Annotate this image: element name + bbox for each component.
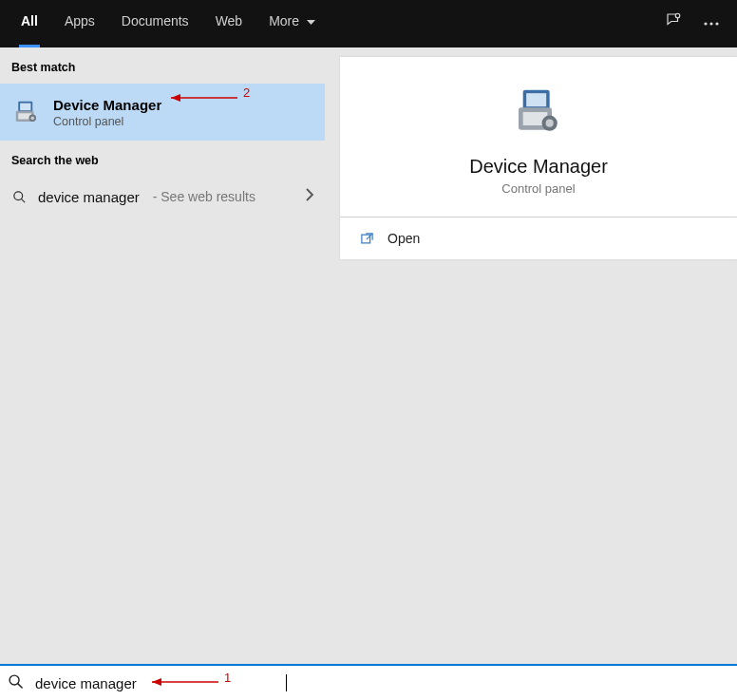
svg-point-2 xyxy=(709,22,712,25)
best-match-title: Device Manager xyxy=(53,97,161,113)
svg-rect-15 xyxy=(526,93,546,106)
svg-point-21 xyxy=(9,675,19,685)
search-input[interactable] xyxy=(33,674,284,692)
svg-point-19 xyxy=(546,120,554,127)
web-search-suffix: - See web results xyxy=(153,189,255,204)
best-match-result[interactable]: Device Manager Control panel 2 xyxy=(0,84,325,141)
tab-more-label: More xyxy=(269,13,299,28)
open-icon xyxy=(359,231,374,246)
action-open[interactable]: Open xyxy=(340,218,737,259)
tab-documents[interactable]: Documents xyxy=(108,0,202,47)
results-panel: Best match Device Manager Control panel xyxy=(0,47,325,664)
detail-subtitle: Control panel xyxy=(501,181,575,196)
text-cursor xyxy=(286,674,287,691)
feedback-icon[interactable] xyxy=(665,11,682,31)
svg-line-13 xyxy=(21,199,25,202)
svg-point-1 xyxy=(704,22,707,25)
search-bar: 1 xyxy=(0,664,737,700)
svg-point-3 xyxy=(715,22,718,25)
search-tabs: All Apps Documents Web More xyxy=(0,0,737,47)
detail-card: Device Manager Control panel xyxy=(340,57,737,217)
tab-apps[interactable]: Apps xyxy=(51,0,108,47)
tab-more[interactable]: More xyxy=(255,0,329,47)
search-icon xyxy=(11,189,27,204)
section-search-web: Search the web xyxy=(0,141,325,177)
device-manager-large-icon xyxy=(512,85,565,139)
action-open-label: Open xyxy=(387,231,420,246)
chevron-right-icon xyxy=(306,188,313,205)
tab-web[interactable]: Web xyxy=(202,0,256,47)
detail-panel: Device Manager Control panel Open xyxy=(340,47,737,664)
search-icon xyxy=(8,673,24,693)
detail-title: Device Manager xyxy=(469,156,608,178)
svg-rect-5 xyxy=(20,104,30,111)
section-best-match: Best match xyxy=(0,47,325,84)
svg-rect-20 xyxy=(361,235,369,243)
svg-point-12 xyxy=(13,191,22,199)
svg-line-22 xyxy=(18,683,23,688)
svg-point-0 xyxy=(675,13,680,18)
svg-point-9 xyxy=(30,116,34,120)
annotation-2: 2 xyxy=(243,85,250,100)
best-match-subtitle: Control panel xyxy=(53,115,161,128)
device-manager-icon xyxy=(11,97,42,127)
tab-all[interactable]: All xyxy=(8,0,51,47)
svg-marker-11 xyxy=(171,94,180,102)
web-search-result[interactable]: device manager - See web results xyxy=(0,177,325,217)
more-options-icon[interactable] xyxy=(703,14,720,29)
web-search-query: device manager xyxy=(38,189,140,205)
chevron-down-icon xyxy=(307,13,315,28)
